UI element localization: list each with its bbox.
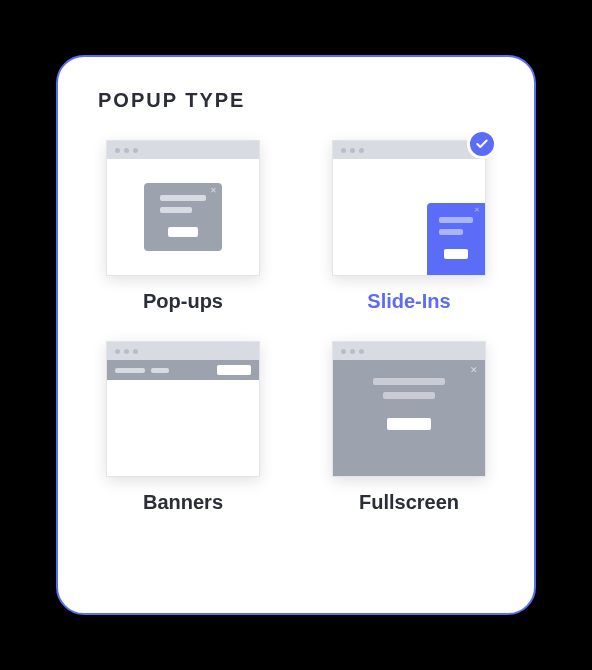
panel-title: POPUP TYPE [98, 89, 498, 112]
option-label: Fullscreen [359, 491, 459, 514]
slidein-panel-icon: ✕ [427, 203, 485, 275]
selected-check-icon [467, 129, 497, 159]
close-icon: ✕ [474, 206, 480, 214]
popup-type-grid: ✕ Pop-ups ✕ [94, 140, 498, 514]
close-icon: ✕ [470, 365, 478, 375]
option-label: Pop-ups [143, 290, 223, 313]
modal-icon: ✕ [144, 183, 222, 251]
fullscreen-overlay-icon: ✕ [333, 360, 485, 476]
slideins-preview-icon: ✕ [332, 140, 486, 276]
option-label: Banners [143, 491, 223, 514]
window-titlebar-icon [333, 342, 485, 360]
popup-type-option-popups[interactable]: ✕ Pop-ups [106, 140, 260, 313]
option-label: Slide-Ins [367, 290, 450, 313]
close-icon: ✕ [210, 186, 217, 195]
window-titlebar-icon [107, 141, 259, 159]
fullscreen-preview-icon: ✕ [332, 341, 486, 477]
window-titlebar-icon [107, 342, 259, 360]
window-titlebar-icon [333, 141, 485, 159]
popup-type-option-fullscreen[interactable]: ✕ Fullscreen [332, 341, 486, 514]
banner-bar-icon [107, 360, 259, 380]
banners-preview-icon [106, 341, 260, 477]
popups-preview-icon: ✕ [106, 140, 260, 276]
popup-type-panel: POPUP TYPE ✕ Pop-ups [56, 55, 536, 615]
popup-type-option-banners[interactable]: Banners [106, 341, 260, 514]
popup-type-option-slideins[interactable]: ✕ Slide-Ins [332, 140, 486, 313]
